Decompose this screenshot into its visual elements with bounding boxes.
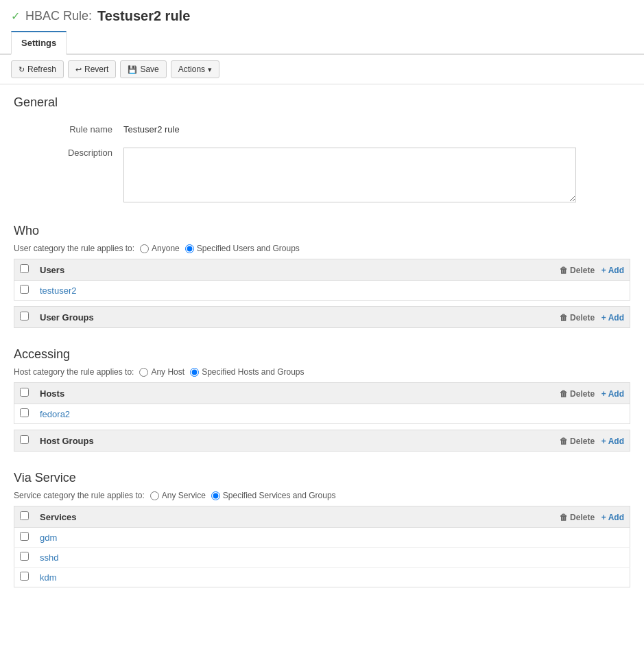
toolbar: ↻ Refresh ↩ Revert 💾 Save Actions ▾ bbox=[0, 55, 644, 84]
service-link[interactable]: kdm bbox=[40, 572, 57, 583]
tabs-bar: Settings bbox=[0, 30, 644, 55]
general-section: General Rule name Testuser2 rule Descrip… bbox=[14, 95, 630, 205]
user-groups-delete-button[interactable]: 🗑 Delete bbox=[560, 313, 595, 323]
row-actions-cell bbox=[244, 404, 630, 424]
row-checkbox-cell bbox=[14, 528, 35, 548]
user-groups-select-all-checkbox[interactable] bbox=[20, 312, 29, 320]
row-checkbox[interactable] bbox=[20, 285, 29, 294]
via-service-category-label: Service category the rule applies to: bbox=[14, 491, 145, 500]
user-link[interactable]: testuser2 bbox=[40, 285, 76, 296]
description-textarea[interactable] bbox=[123, 148, 576, 202]
row-checkbox[interactable] bbox=[20, 552, 29, 561]
host-groups-table: Host Groups 🗑 Delete + Add bbox=[14, 430, 630, 452]
row-checkbox[interactable] bbox=[20, 572, 29, 581]
row-checkbox-cell bbox=[14, 548, 35, 568]
table-row: fedora2 bbox=[14, 404, 630, 424]
description-label: Description bbox=[14, 144, 123, 158]
accessing-radio-any-host[interactable]: Any Host bbox=[139, 367, 184, 377]
accessing-radio-specified[interactable]: Specified Hosts and Groups bbox=[190, 367, 304, 377]
accessing-category-line: Host category the rule applies to: Any H… bbox=[14, 367, 630, 377]
services-select-all-checkbox[interactable] bbox=[20, 511, 29, 520]
who-radio-specified[interactable]: Specified Users and Groups bbox=[185, 244, 300, 253]
via-service-radio-any[interactable]: Any Service bbox=[150, 491, 206, 500]
row-actions-cell bbox=[264, 548, 630, 568]
users-select-all-checkbox[interactable] bbox=[20, 264, 29, 273]
hosts-select-all-checkbox[interactable] bbox=[20, 388, 29, 397]
who-category-label: User category the rule applies to: bbox=[14, 244, 134, 253]
host-link[interactable]: fedora2 bbox=[40, 409, 70, 419]
host-groups-add-button[interactable]: + Add bbox=[601, 436, 624, 446]
who-category-line: User category the rule applies to: Anyon… bbox=[14, 244, 630, 253]
service-name-cell: kdm bbox=[34, 568, 264, 587]
service-name-cell: sshd bbox=[34, 548, 264, 568]
user-groups-header-row: User Groups 🗑 Delete + Add bbox=[14, 307, 630, 328]
host-groups-select-all-checkbox[interactable] bbox=[20, 435, 29, 444]
description-value bbox=[123, 144, 630, 205]
row-checkbox-cell bbox=[14, 281, 35, 301]
actions-button[interactable]: Actions ▾ bbox=[171, 60, 219, 78]
tab-settings[interactable]: Settings bbox=[11, 31, 67, 55]
rule-name-row: Rule name Testuser2 rule bbox=[14, 121, 630, 135]
user-groups-add-button[interactable]: + Add bbox=[601, 313, 624, 323]
who-section-title: Who bbox=[14, 218, 630, 238]
refresh-button[interactable]: ↻ Refresh bbox=[11, 60, 64, 78]
via-service-section-title: Via Service bbox=[14, 465, 630, 485]
who-section: Who User category the rule applies to: A… bbox=[14, 218, 630, 328]
services-add-button[interactable]: + Add bbox=[601, 513, 624, 522]
host-groups-header-actions: 🗑 Delete + Add bbox=[309, 430, 630, 452]
host-groups-header-label: Host Groups bbox=[34, 430, 309, 452]
service-link[interactable]: gdm bbox=[40, 533, 57, 543]
row-checkbox[interactable] bbox=[20, 408, 29, 417]
page-title-value: Testuser2 rule bbox=[97, 8, 190, 24]
user-groups-header-actions: 🗑 Delete + Add bbox=[309, 307, 630, 328]
users-add-button[interactable]: + Add bbox=[601, 266, 624, 275]
row-actions-cell bbox=[264, 281, 630, 301]
services-delete-button[interactable]: 🗑 Delete bbox=[560, 513, 595, 522]
hosts-header-check bbox=[14, 383, 35, 404]
services-table: Services 🗑 Delete + Add gdm sshd kdm bbox=[14, 506, 630, 587]
description-row: Description bbox=[14, 144, 630, 205]
refresh-icon: ↻ bbox=[19, 65, 25, 74]
user-groups-table: User Groups 🗑 Delete + Add bbox=[14, 306, 630, 328]
users-header-check bbox=[14, 259, 35, 281]
chevron-down-icon: ▾ bbox=[208, 65, 212, 74]
page-header: ✓ HBAC Rule: Testuser2 rule bbox=[0, 0, 644, 30]
save-button[interactable]: 💾 Save bbox=[120, 60, 166, 78]
row-actions-cell bbox=[264, 528, 630, 548]
general-section-title: General bbox=[14, 95, 630, 113]
services-header-label: Services bbox=[34, 506, 264, 528]
via-service-section: Via Service Service category the rule ap… bbox=[14, 465, 630, 587]
revert-icon: ↩ bbox=[75, 65, 82, 74]
host-groups-delete-button[interactable]: 🗑 Delete bbox=[560, 436, 595, 446]
via-service-category-line: Service category the rule applies to: An… bbox=[14, 491, 630, 500]
row-checkbox-cell bbox=[14, 568, 35, 587]
via-service-radio-specified[interactable]: Specified Services and Groups bbox=[211, 491, 336, 500]
revert-button[interactable]: ↩ Revert bbox=[68, 60, 116, 78]
rule-name-label: Rule name bbox=[14, 121, 123, 135]
user-name-cell: testuser2 bbox=[34, 281, 264, 301]
table-row: kdm bbox=[14, 568, 630, 587]
hosts-delete-button[interactable]: 🗑 Delete bbox=[560, 389, 595, 399]
hosts-header-actions: 🗑 Delete + Add bbox=[244, 383, 630, 404]
users-header-actions: 🗑 Delete + Add bbox=[264, 259, 630, 281]
hosts-add-button[interactable]: + Add bbox=[601, 389, 624, 399]
user-groups-header-label: User Groups bbox=[34, 307, 309, 328]
services-header-check bbox=[14, 506, 35, 528]
page-title-label: HBAC Rule: bbox=[25, 9, 92, 23]
hosts-header-row: Hosts 🗑 Delete + Add bbox=[14, 383, 630, 404]
who-radio-anyone[interactable]: Anyone bbox=[140, 244, 180, 253]
service-link[interactable]: sshd bbox=[40, 552, 58, 563]
hosts-table: Hosts 🗑 Delete + Add fedora2 bbox=[14, 382, 630, 424]
row-checkbox[interactable] bbox=[20, 532, 29, 541]
users-delete-button[interactable]: 🗑 Delete bbox=[560, 266, 595, 275]
status-checkmark: ✓ bbox=[11, 10, 20, 23]
table-row: sshd bbox=[14, 548, 630, 568]
host-name-cell: fedora2 bbox=[34, 404, 244, 424]
row-checkbox-cell bbox=[14, 404, 35, 424]
accessing-category-label: Host category the rule applies to: bbox=[14, 367, 134, 377]
host-groups-header-row: Host Groups 🗑 Delete + Add bbox=[14, 430, 630, 452]
rule-name-value: Testuser2 rule bbox=[123, 121, 630, 135]
users-table-header-row: Users 🗑 Delete + Add bbox=[14, 259, 630, 281]
save-icon: 💾 bbox=[128, 65, 137, 74]
table-row: gdm bbox=[14, 528, 630, 548]
